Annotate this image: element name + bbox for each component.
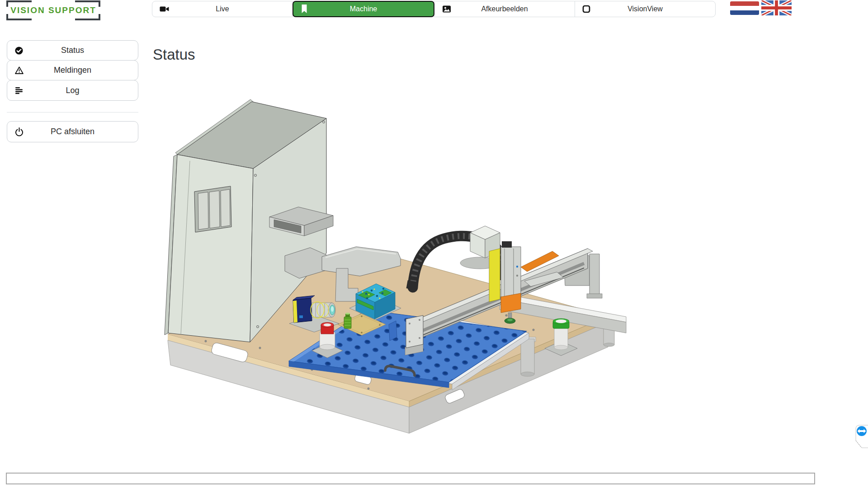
log-lines-icon bbox=[14, 86, 24, 95]
tab-label: VisionView bbox=[627, 5, 663, 13]
teamviewer-panel[interactable] bbox=[855, 425, 868, 448]
uk-flag[interactable] bbox=[761, 0, 792, 16]
flag-stripe bbox=[730, 1, 759, 6]
logo-text: VISION SUPPORT bbox=[6, 5, 100, 15]
warning-triangle-icon bbox=[14, 66, 24, 75]
flag-stripe bbox=[730, 6, 759, 10]
dutch-flag[interactable] bbox=[730, 1, 759, 15]
sidebar-item-label: Log bbox=[66, 86, 79, 95]
status-bar bbox=[6, 473, 815, 484]
sidebar-item-log[interactable]: Log bbox=[7, 80, 138, 101]
sidebar-divider bbox=[7, 112, 138, 113]
image-icon bbox=[442, 5, 452, 13]
page-title: Status bbox=[153, 46, 195, 63]
teamviewer-icon bbox=[857, 426, 867, 436]
tab-label: Afkeurbeelden bbox=[481, 5, 528, 13]
sidebar-item-label: Status bbox=[61, 46, 84, 55]
video-camera-icon bbox=[160, 5, 170, 13]
vision-support-logo: VISION SUPPORT bbox=[6, 0, 100, 20]
pc-shutdown-button[interactable]: PC afsluiten bbox=[7, 121, 138, 142]
check-circle-icon bbox=[14, 46, 24, 55]
tab-visionview[interactable]: VisionView bbox=[575, 1, 716, 17]
tab-label: Live bbox=[216, 5, 229, 13]
sidebar-item-label: Meldingen bbox=[54, 66, 91, 75]
sidebar-item-meldingen[interactable]: Meldingen bbox=[7, 60, 138, 80]
app-window: VISION SUPPORT Live Machine Afkeurbeelde… bbox=[0, 0, 868, 488]
square-icon bbox=[582, 5, 590, 13]
tab-label: Machine bbox=[350, 5, 377, 13]
machine-3d-render bbox=[163, 77, 633, 438]
power-icon bbox=[14, 127, 24, 136]
bookmark-icon bbox=[301, 4, 308, 14]
tab-machine[interactable]: Machine bbox=[292, 1, 434, 17]
main-nav-tabs: Live Machine Afkeurbeelden VisionView bbox=[152, 1, 716, 17]
tab-afkeurbeelden[interactable]: Afkeurbeelden bbox=[434, 1, 575, 17]
sidebar-item-status[interactable]: Status bbox=[7, 40, 138, 61]
shutdown-label: PC afsluiten bbox=[51, 127, 94, 136]
flag-stripe bbox=[730, 10, 759, 15]
tab-live[interactable]: Live bbox=[152, 1, 293, 17]
